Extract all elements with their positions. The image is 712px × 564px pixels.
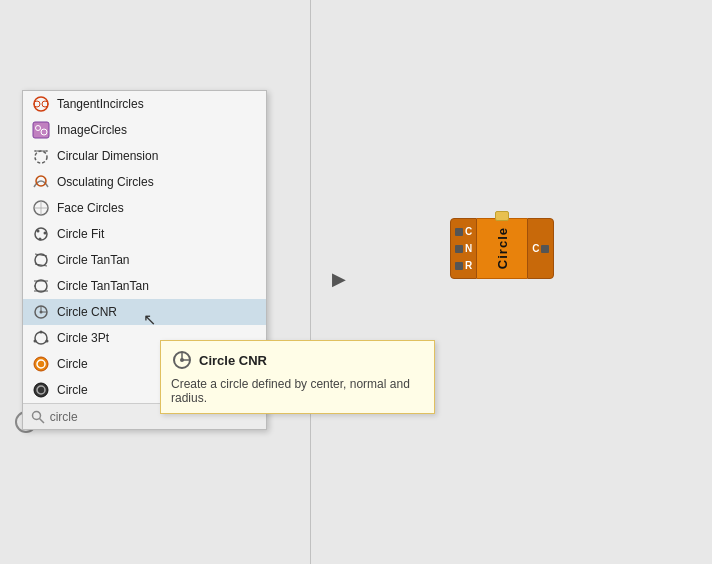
svg-point-0	[34, 97, 48, 111]
menu-item-circle-fit-label: Circle Fit	[57, 227, 104, 241]
node-body[interactable]: Circle	[477, 218, 527, 279]
menu-item-image-circles[interactable]: ImageCircles	[23, 117, 266, 143]
svg-point-35	[33, 411, 41, 419]
menu-item-circle-tantantan-label: Circle TanTanTan	[57, 279, 149, 293]
circle-orange-icon	[31, 354, 51, 374]
menu-item-circle-cnr[interactable]: Circle CNR	[23, 299, 266, 325]
menu-item-osculating-circles-label: Osculating Circles	[57, 175, 154, 189]
menu-item-circular-dimension[interactable]: Circular Dimension	[23, 143, 266, 169]
svg-point-19	[35, 280, 47, 292]
menu-item-image-circles-label: ImageCircles	[57, 123, 127, 137]
svg-point-27	[35, 332, 47, 344]
port-dot-c	[455, 228, 463, 236]
canvas-arrow: ▶	[332, 268, 346, 290]
tooltip-icon	[171, 349, 193, 371]
circle-black-icon	[31, 380, 51, 400]
menu-item-circle-fit[interactable]: Circle Fit	[23, 221, 266, 247]
node-knob	[495, 211, 509, 221]
menu-item-circle-tantan[interactable]: Circle TanTan	[23, 247, 266, 273]
tooltip: Circle CNR Create a circle defined by ce…	[160, 340, 435, 414]
svg-point-29	[46, 340, 49, 343]
menu-item-circle-tantantan[interactable]: Circle TanTanTan	[23, 273, 266, 299]
image-circles-icon	[31, 120, 51, 140]
menu-item-circle-orange-label: Circle	[57, 357, 88, 371]
svg-point-31	[34, 357, 48, 371]
port-dot-r	[455, 262, 463, 270]
tangent-incircles-icon	[31, 94, 51, 114]
node-title: Circle	[495, 227, 510, 269]
menu-item-circular-dimension-label: Circular Dimension	[57, 149, 158, 163]
svg-point-15	[39, 238, 42, 241]
svg-point-1	[34, 101, 40, 107]
osculating-circles-icon	[31, 172, 51, 192]
circle-fit-icon	[31, 224, 51, 244]
svg-point-14	[44, 232, 47, 235]
svg-point-33	[34, 383, 48, 397]
svg-point-28	[40, 331, 43, 334]
svg-point-13	[37, 230, 40, 233]
svg-point-2	[42, 101, 48, 107]
tooltip-title-text: Circle CNR	[199, 353, 267, 368]
circle-tantan-icon	[31, 250, 51, 270]
search-icon	[31, 409, 46, 425]
port-dot-n	[455, 245, 463, 253]
menu-item-face-circles-label: Face Circles	[57, 201, 124, 215]
menu-item-face-circles[interactable]: Face Circles	[23, 195, 266, 221]
menu-item-circle-cnr-label: Circle CNR	[57, 305, 117, 319]
menu-item-circle-tantan-label: Circle TanTan	[57, 253, 129, 267]
menu-item-tangent-incircles-label: TangentIncircles	[57, 97, 144, 111]
circle-tantantan-icon	[31, 276, 51, 296]
circle-3pt-icon	[31, 328, 51, 348]
canvas: ▶ TangentIncircles ImageCircles	[0, 0, 712, 564]
port-dot-c-out	[541, 245, 549, 253]
menu-item-tangent-incircles[interactable]: TangentIncircles	[23, 91, 266, 117]
menu-item-circle-black-label: Circle	[57, 383, 88, 397]
gh-node: C N R Circle C	[450, 218, 554, 279]
circle-cnr-icon	[31, 302, 51, 322]
circular-dimension-icon	[31, 146, 51, 166]
tooltip-title-row: Circle CNR	[171, 349, 424, 371]
node-port-c-in[interactable]: C	[451, 223, 476, 240]
node-port-c-out[interactable]: C	[528, 240, 553, 257]
node-port-n-in[interactable]: N	[451, 240, 476, 257]
svg-point-6	[35, 151, 47, 163]
node-outputs: C	[527, 218, 554, 279]
menu-item-circle-3pt-label: Circle 3Pt	[57, 331, 109, 345]
canvas-divider	[310, 0, 311, 564]
menu-item-osculating-circles[interactable]: Osculating Circles	[23, 169, 266, 195]
face-circles-icon	[31, 198, 51, 218]
tooltip-description: Create a circle defined by center, norma…	[171, 377, 424, 405]
svg-point-30	[34, 340, 37, 343]
svg-line-36	[40, 418, 45, 423]
node-port-r-in[interactable]: R	[451, 257, 476, 274]
node-inputs: C N R	[450, 218, 477, 279]
